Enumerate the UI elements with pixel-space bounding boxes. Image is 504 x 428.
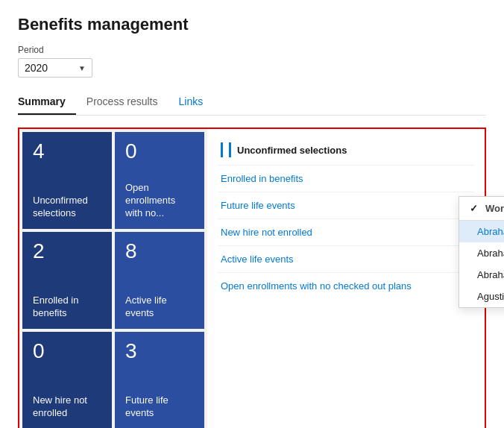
tile-active-life-number: 8 xyxy=(125,241,194,262)
tile-open-enrollments[interactable]: 0 Open enrollments with no... xyxy=(115,132,204,229)
dropdown-item-worker-3[interactable]: Abraham Apodaca xyxy=(459,264,504,286)
tile-enrolled-label: Enrolled in benefits xyxy=(33,295,101,320)
summary-item-unconfirmed-selections[interactable]: Unconfirmed selections xyxy=(218,135,474,166)
tiles-grid: 4 Unconfirmed selections 0 Open enrollme… xyxy=(19,129,207,428)
selected-indicator xyxy=(229,142,231,157)
dropdown-item-worker-1[interactable]: Abraham Apodaca xyxy=(459,221,504,242)
summary-item-active-life-events[interactable]: Active life events xyxy=(218,246,474,273)
tile-new-hire-number: 0 xyxy=(33,341,101,362)
summary-item-unconfirmed-label: Unconfirmed selections xyxy=(237,145,347,156)
tile-active-life-label: Active life events xyxy=(125,295,194,320)
worker-dropdown: ✓ Worker Abraham Apodaca Abraham Apodaca… xyxy=(459,196,504,308)
dropdown-item-worker-2[interactable]: Abraham Apodaca xyxy=(459,242,504,264)
summary-item-open-enrollments[interactable]: Open enrollments with no checked out pla… xyxy=(218,273,474,299)
dropdown-header: ✓ Worker xyxy=(459,197,504,221)
tile-new-hire-not-enrolled[interactable]: 0 New hire not enrolled xyxy=(22,332,112,428)
period-select[interactable]: 2020 ▼ xyxy=(18,58,92,78)
chevron-down-icon: ▼ xyxy=(78,64,86,72)
tile-unconfirmed-selections[interactable]: 4 Unconfirmed selections xyxy=(22,132,112,229)
period-value: 2020 xyxy=(25,62,78,74)
main-content-area: 4 Unconfirmed selections 0 Open enrollme… xyxy=(18,128,486,428)
tile-future-life-events[interactable]: 3 Future life events xyxy=(115,332,204,428)
tile-future-life-number: 3 xyxy=(125,341,194,362)
tile-enrolled-in-benefits[interactable]: 2 Enrolled in benefits xyxy=(22,232,112,329)
page-container: Benefits management Period 2020 ▼ Summar… xyxy=(0,0,504,428)
tile-unconfirmed-number: 4 xyxy=(33,141,101,162)
summary-item-future-life-events[interactable]: Future life events xyxy=(218,192,474,219)
tab-links[interactable]: Links xyxy=(179,89,214,115)
summary-item-new-hire-not-enrolled[interactable]: New hire not enrolled xyxy=(218,219,474,246)
tile-active-life-events[interactable]: 8 Active life events xyxy=(115,232,204,329)
tile-enrolled-number: 2 xyxy=(33,241,101,262)
dropdown-header-label: Worker xyxy=(485,203,504,214)
tab-process-results[interactable]: Process results xyxy=(86,89,168,115)
period-label: Period xyxy=(18,45,486,55)
tile-unconfirmed-label: Unconfirmed selections xyxy=(33,195,101,220)
checkmark-icon: ✓ xyxy=(470,203,478,214)
tile-open-enrollments-label: Open enrollments with no... xyxy=(125,182,194,220)
tile-new-hire-label: New hire not enrolled xyxy=(33,394,101,420)
tile-future-life-label: Future life events xyxy=(125,394,194,420)
tile-open-enrollments-number: 0 xyxy=(125,141,194,162)
summary-item-enrolled-in-benefits[interactable]: Enrolled in benefits xyxy=(218,166,474,192)
tab-summary[interactable]: Summary xyxy=(18,89,76,115)
page-title: Benefits management xyxy=(18,15,486,34)
tabs-container: Summary Process results Links xyxy=(18,89,486,116)
summary-list: Unconfirmed selections Enrolled in benef… xyxy=(207,129,485,428)
dropdown-item-worker-4[interactable]: Agustina Fierro xyxy=(459,286,504,307)
